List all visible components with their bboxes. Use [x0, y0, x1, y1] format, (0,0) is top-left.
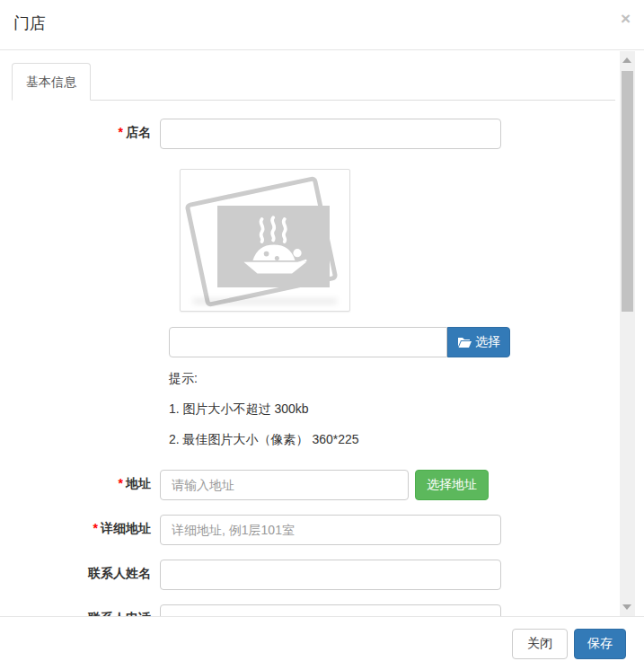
required-marker: *: [119, 125, 123, 139]
choose-file-button[interactable]: 选择: [447, 327, 510, 357]
scroll-down-icon[interactable]: [622, 604, 631, 610]
contact-phone-row: 联系人电话: [12, 604, 604, 616]
address-label: *地址: [12, 470, 160, 492]
modal-footer: 关闭 保存: [0, 616, 644, 670]
required-marker: *: [93, 521, 98, 535]
scroll-up-icon[interactable]: [622, 57, 631, 63]
tab-bar: 基本信息: [12, 63, 615, 101]
store-image-row: 选择 提示: 1. 图片大小不超过 300kb 2. 最佳图片大小（像素） 36…: [12, 169, 604, 448]
tips-line-2: 2. 最佳图片大小（像素） 360*225: [169, 430, 604, 448]
detail-address-input[interactable]: [160, 515, 501, 545]
modal-body: 基本信息 *店名: [0, 50, 644, 616]
detail-address-label: *详细地址: [12, 515, 160, 537]
image-filename-input[interactable]: [169, 327, 447, 357]
store-modal: 门店 × 基本信息 *店名: [0, 0, 644, 670]
steaming-dish-icon: [236, 213, 312, 281]
folder-open-icon: [457, 336, 472, 348]
store-name-label: *店名: [12, 119, 160, 141]
detail-address-row: *详细地址: [12, 515, 604, 545]
modal-title: 门店: [13, 14, 46, 32]
food-placeholder-icon: [217, 206, 330, 287]
contact-phone-input[interactable]: [160, 604, 501, 616]
modal-header: 门店 ×: [0, 0, 644, 50]
tips-title: 提示:: [169, 369, 604, 387]
contact-name-input[interactable]: [160, 560, 501, 590]
scrollbar-thumb[interactable]: [622, 71, 633, 312]
address-input[interactable]: [160, 470, 409, 500]
close-icon[interactable]: ×: [621, 10, 631, 28]
image-tips: 提示: 1. 图片大小不超过 300kb 2. 最佳图片大小（像素） 360*2…: [169, 369, 604, 448]
store-form: *店名: [12, 119, 604, 616]
address-row: *地址 选择地址: [12, 470, 604, 500]
store-name-input[interactable]: [160, 119, 501, 149]
contact-name-label: 联系人姓名: [12, 560, 160, 582]
store-name-row: *店名: [12, 119, 604, 149]
tips-line-1: 1. 图片大小不超过 300kb: [169, 400, 604, 418]
image-file-group: 选择: [169, 327, 510, 357]
tab-basic-info[interactable]: 基本信息: [12, 63, 91, 101]
photo-shadow: [193, 298, 337, 304]
save-button[interactable]: 保存: [574, 629, 626, 659]
pick-address-button[interactable]: 选择地址: [415, 470, 489, 500]
close-button[interactable]: 关闭: [512, 629, 568, 659]
required-marker: *: [119, 476, 123, 490]
contact-phone-label: 联系人电话: [12, 604, 160, 616]
contact-name-row: 联系人姓名: [12, 560, 604, 590]
store-image-preview: [180, 169, 350, 312]
scrollbar[interactable]: [620, 51, 635, 616]
